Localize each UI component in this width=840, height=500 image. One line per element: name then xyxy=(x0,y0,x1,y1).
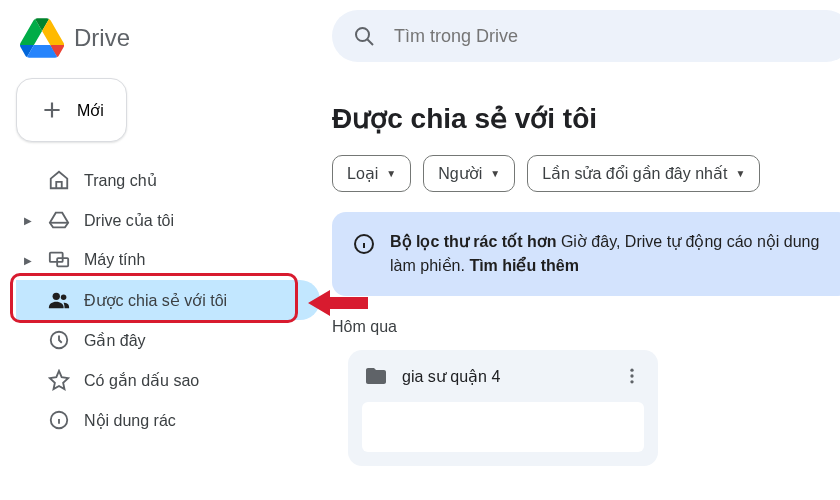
sidebar-item-label: Nội dung rác xyxy=(84,411,176,430)
new-button[interactable]: Mới xyxy=(16,78,127,142)
sidebar-item-label: Máy tính xyxy=(84,251,145,269)
svg-point-3 xyxy=(61,295,67,301)
sidebar-item-label: Trang chủ xyxy=(84,171,157,190)
sidebar-item-label: Có gắn dấu sao xyxy=(84,371,199,390)
svg-point-8 xyxy=(630,369,633,372)
section-label-yesterday: Hôm qua xyxy=(332,318,840,336)
filter-people[interactable]: Người▼ xyxy=(423,155,515,192)
chevron-down-icon: ▼ xyxy=(735,168,745,179)
search-input[interactable] xyxy=(394,26,832,47)
drive-icon xyxy=(48,209,70,231)
star-icon xyxy=(48,369,70,391)
sidebar-item-computers[interactable]: ▶ Máy tính xyxy=(16,240,320,280)
new-button-label: Mới xyxy=(77,101,104,120)
sidebar-item-shared-with-me[interactable]: Được chia sẻ với tôi xyxy=(16,280,320,320)
expand-icon[interactable]: ▶ xyxy=(24,215,34,226)
sidebar-item-recent[interactable]: Gần đây xyxy=(16,320,320,360)
clock-icon xyxy=(48,329,70,351)
svg-point-6 xyxy=(356,28,369,41)
svg-point-10 xyxy=(630,380,633,383)
home-icon xyxy=(48,169,70,191)
people-icon xyxy=(48,289,70,311)
computer-icon xyxy=(48,249,70,271)
sidebar-item-label: Gần đây xyxy=(84,331,146,350)
filter-type[interactable]: Loại▼ xyxy=(332,155,411,192)
plus-icon xyxy=(39,97,65,123)
app-logo[interactable]: Drive xyxy=(16,8,320,78)
info-icon xyxy=(48,409,70,431)
filter-modified[interactable]: Lần sửa đổi gần đây nhất▼ xyxy=(527,155,760,192)
svg-point-9 xyxy=(630,374,633,377)
sidebar-item-trash[interactable]: Nội dung rác xyxy=(16,400,320,440)
more-icon[interactable] xyxy=(622,366,642,386)
app-name: Drive xyxy=(74,24,130,52)
chevron-down-icon: ▼ xyxy=(386,168,396,179)
sidebar-item-label: Được chia sẻ với tôi xyxy=(84,291,227,310)
page-title: Được chia sẻ với tôi xyxy=(332,102,840,135)
drive-logo-icon xyxy=(20,18,64,58)
sidebar-item-starred[interactable]: Có gắn dấu sao xyxy=(16,360,320,400)
expand-icon[interactable]: ▶ xyxy=(24,255,34,266)
search-icon xyxy=(352,24,376,48)
chevron-down-icon: ▼ xyxy=(490,168,500,179)
banner-title: Bộ lọc thư rác tốt hơn xyxy=(390,233,556,250)
folder-name: gia sư quận 4 xyxy=(402,367,608,386)
folder-icon xyxy=(364,364,388,388)
sidebar-item-label: Drive của tôi xyxy=(84,211,174,230)
folder-card[interactable]: gia sư quận 4 xyxy=(348,350,658,466)
sidebar-item-home[interactable]: Trang chủ xyxy=(16,160,320,200)
banner-learn-more-link[interactable]: Tìm hiểu thêm xyxy=(469,257,579,274)
info-icon xyxy=(352,232,376,256)
folder-preview xyxy=(362,402,644,452)
sidebar-item-my-drive[interactable]: ▶ Drive của tôi xyxy=(16,200,320,240)
svg-point-2 xyxy=(53,293,60,300)
search-bar[interactable] xyxy=(332,10,840,62)
info-banner: Bộ lọc thư rác tốt hơn Giờ đây, Drive tự… xyxy=(332,212,840,296)
